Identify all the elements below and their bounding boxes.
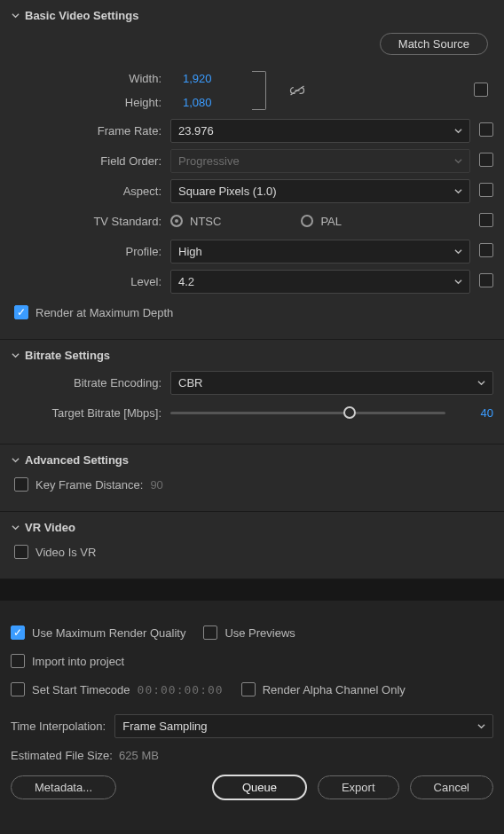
frame-rate-label: Frame Rate:	[11, 124, 161, 138]
tv-standard-label: TV Standard:	[11, 215, 161, 228]
chevron-down-icon	[454, 185, 462, 198]
frame-rate-select[interactable]: 23.976	[170, 119, 470, 143]
section-basic-title: Basic Video Settings	[25, 9, 138, 22]
aspect-select[interactable]: Square Pixels (1.0)	[170, 179, 470, 203]
level-select[interactable]: 4.2	[170, 270, 470, 294]
use-previews-label: Use Previews	[224, 626, 295, 640]
aspect-match-check[interactable]	[479, 183, 493, 197]
chevron-down-icon	[477, 376, 485, 389]
chevron-down-icon	[477, 720, 485, 733]
keyframe-distance-label: Key Frame Distance:	[35, 478, 143, 492]
tv-pal-radio[interactable]: PAL	[301, 215, 342, 228]
use-previews-check[interactable]	[203, 626, 217, 640]
keyframe-distance-value: 90	[150, 478, 162, 492]
set-start-tc-label: Set Start Timecode	[32, 683, 130, 696]
radio-circle-icon	[301, 215, 313, 227]
field-order-select: Progressive	[170, 149, 470, 173]
bitrate-encoding-label: Bitrate Encoding:	[11, 376, 161, 389]
section-bitrate-title: Bitrate Settings	[25, 349, 110, 362]
field-order-label: Field Order:	[11, 154, 161, 168]
target-bitrate-label: Target Bitrate [Mbps]:	[11, 406, 161, 420]
chevron-down-icon	[454, 245, 462, 258]
cancel-button[interactable]: Cancel	[410, 775, 493, 799]
chevron-down-icon	[454, 275, 462, 288]
profile-select[interactable]: High	[170, 240, 470, 264]
match-source-button[interactable]: Match Source	[380, 33, 488, 55]
metadata-button[interactable]: Metadata...	[11, 775, 116, 799]
queue-button[interactable]: Queue	[212, 775, 307, 800]
section-bitrate-header[interactable]: Bitrate Settings	[11, 343, 493, 367]
chevron-down-icon	[454, 154, 462, 168]
export-button[interactable]: Export	[318, 775, 399, 799]
render-max-depth-check[interactable]	[14, 305, 28, 319]
height-label: Height:	[125, 96, 161, 109]
tv-standard-match-check[interactable]	[479, 213, 493, 227]
set-start-tc-check[interactable]	[11, 682, 25, 696]
height-value[interactable]: 1,080	[183, 96, 227, 109]
video-is-vr-check[interactable]	[14, 545, 28, 559]
field-order-match-check[interactable]	[479, 153, 493, 167]
profile-match-check[interactable]	[479, 243, 493, 257]
frame-rate-match-check[interactable]	[479, 122, 493, 137]
radio-circle-icon	[170, 215, 183, 227]
bitrate-encoding-select[interactable]: CBR	[170, 371, 493, 395]
chevron-down-icon	[11, 456, 20, 465]
import-project-check[interactable]	[11, 654, 25, 668]
slider-thumb[interactable]	[343, 406, 356, 419]
target-bitrate-slider[interactable]	[170, 412, 445, 414]
tv-ntsc-radio[interactable]: NTSC	[170, 215, 221, 228]
max-render-quality-label: Use Maximum Render Quality	[32, 626, 185, 640]
chevron-down-icon	[454, 124, 462, 138]
import-project-label: Import into project	[32, 655, 124, 668]
width-label: Width:	[129, 72, 161, 85]
section-advanced-title: Advanced Settings	[25, 453, 129, 467]
link-disabled-icon[interactable]	[287, 81, 307, 100]
chevron-down-icon	[11, 523, 20, 532]
est-size-value: 625 MB	[119, 749, 159, 762]
target-bitrate-value[interactable]: 40	[458, 406, 493, 420]
width-value[interactable]: 1,920	[183, 72, 227, 85]
dimensions-match-check[interactable]	[474, 83, 488, 97]
section-advanced-header[interactable]: Advanced Settings	[11, 448, 493, 472]
render-alpha-check[interactable]	[241, 682, 256, 696]
est-size-label: Estimated File Size:	[11, 749, 113, 762]
section-vr-title: VR Video	[25, 521, 75, 534]
start-timecode-value: 00:00:00:00	[138, 683, 224, 696]
section-basic-header[interactable]: Basic Video Settings	[11, 4, 493, 28]
render-max-depth-label: Render at Maximum Depth	[35, 306, 173, 319]
time-interp-select[interactable]: Frame Sampling	[114, 714, 493, 738]
aspect-label: Aspect:	[11, 185, 161, 198]
max-render-quality-check[interactable]	[11, 626, 25, 640]
keyframe-distance-check[interactable]	[14, 477, 28, 492]
chevron-down-icon	[11, 12, 20, 20]
level-match-check[interactable]	[479, 273, 493, 287]
section-vr-header[interactable]: VR Video	[11, 515, 493, 539]
profile-label: Profile:	[11, 245, 161, 258]
level-label: Level:	[11, 275, 161, 288]
video-is-vr-label: Video Is VR	[35, 546, 96, 559]
link-bracket	[252, 71, 266, 110]
render-alpha-label: Render Alpha Channel Only	[263, 683, 406, 696]
chevron-down-icon	[11, 351, 20, 360]
time-interp-label: Time Interpolation:	[11, 720, 106, 733]
